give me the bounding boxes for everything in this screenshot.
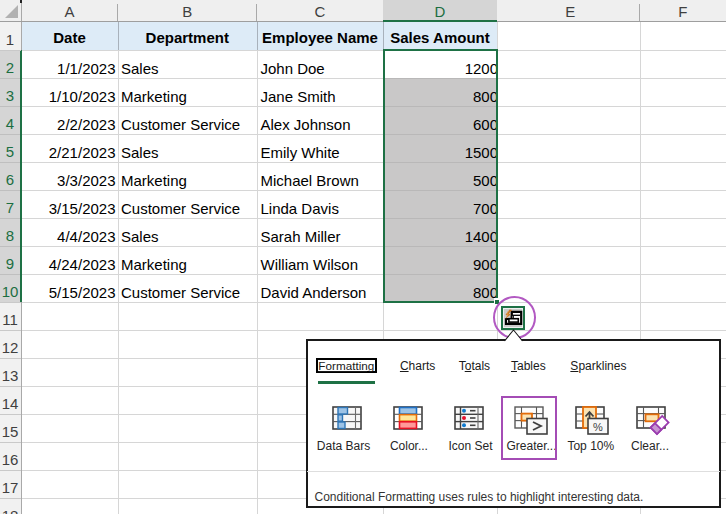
svg-text:%: % — [593, 420, 603, 432]
